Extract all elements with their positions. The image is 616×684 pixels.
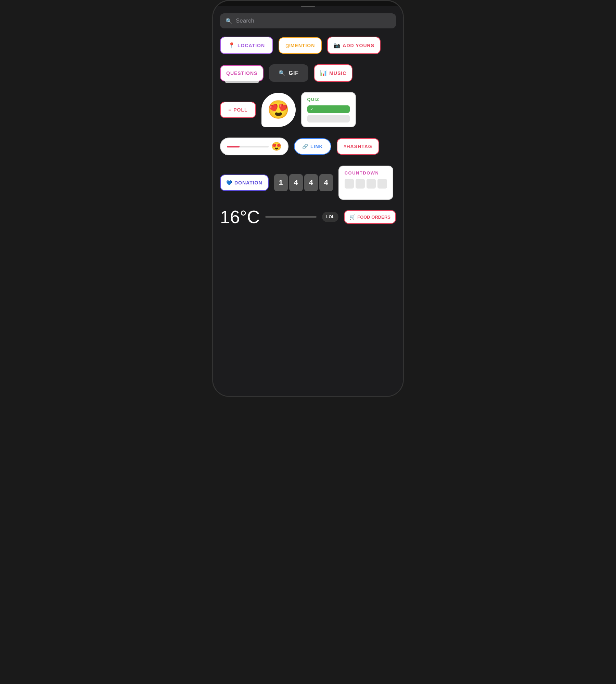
sticker-emoji-slider[interactable]: 😍	[220, 138, 288, 155]
location-icon: 📍	[228, 42, 235, 49]
food-icon: 🛒	[349, 214, 355, 220]
sticker-gif[interactable]: 🔍 GIF	[269, 64, 308, 82]
lol-sticker[interactable]: LOL	[322, 212, 338, 222]
temp-sticker[interactable]: 16°C	[220, 207, 260, 227]
countdown-box-3	[367, 179, 376, 189]
slider-track	[227, 146, 269, 147]
quiz-bar-green: ✓	[307, 105, 350, 113]
addyours-label: ADD YOURS	[343, 43, 374, 48]
poll-icon: ≡	[228, 107, 231, 113]
sticker-emoji-chat[interactable]: 😍	[261, 93, 296, 127]
music-label: MUSIC	[329, 70, 346, 76]
mention-label: @MENTION	[285, 43, 315, 48]
sticker-music[interactable]: 📊 MUSIC	[314, 64, 352, 82]
quiz-bar-empty	[307, 115, 350, 122]
location-label: LOCATION	[238, 43, 265, 48]
sticker-mention[interactable]: @MENTION	[279, 37, 322, 54]
sticker-countdown[interactable]: COUNTDOWN	[338, 166, 393, 200]
addyours-icon: 📷	[333, 42, 341, 49]
countdown-box-4	[377, 179, 387, 189]
temp-slider	[265, 216, 317, 218]
music-icon: 📊	[320, 70, 327, 76]
questions-label: QUESTIONS	[226, 70, 257, 76]
timer-digit-4: 4	[319, 174, 333, 191]
sticker-addyours[interactable]: 📷 ADD YOURS	[327, 37, 381, 54]
sticker-grid: 📍 LOCATION @MENTION 📷 ADD YOURS QUESTION…	[213, 37, 403, 200]
link-label: LINK	[310, 144, 323, 149]
search-placeholder: Search	[236, 17, 254, 24]
sticker-row-5: 💙 DONATION 1 4 4 4 COUNTDOWN	[220, 166, 396, 200]
hashtag-label: #HASHTAG	[344, 144, 372, 149]
quiz-check-icon: ✓	[310, 107, 313, 112]
sticker-poll[interactable]: ≡ POLL	[220, 102, 256, 118]
drag-handle	[301, 6, 315, 7]
gif-search-icon: 🔍	[279, 70, 286, 76]
timer-digit-1: 1	[274, 174, 288, 191]
sticker-location[interactable]: 📍 LOCATION	[220, 37, 273, 54]
sticker-link[interactable]: 🔗 LINK	[294, 138, 331, 155]
phone-content: 🔍 Search 📍 LOCATION @MENTION 📷 ADD YOURS	[213, 6, 403, 396]
timer-digit-3: 4	[304, 174, 318, 191]
search-icon: 🔍	[226, 18, 232, 24]
donation-label: DONATION	[234, 180, 262, 185]
donation-icon: 💙	[226, 180, 232, 185]
emoji-chat-emoji: 😍	[267, 99, 290, 120]
food-sticker[interactable]: 🛒 FOOD ORDERS	[344, 210, 396, 224]
sticker-row-1: 📍 LOCATION @MENTION 📷 ADD YOURS	[220, 37, 396, 54]
sticker-row-2: QUESTIONS 🔍 GIF 📊 MUSIC	[220, 64, 396, 82]
search-bar[interactable]: 🔍 Search	[220, 13, 396, 28]
sticker-quiz[interactable]: QUIZ ✓	[301, 92, 356, 127]
sticker-donation[interactable]: 💙 DONATION	[220, 175, 269, 191]
lol-text: LOL	[326, 215, 334, 219]
countdown-box-2	[356, 179, 365, 189]
sticker-questions[interactable]: QUESTIONS	[220, 65, 264, 81]
sticker-row-4: 😍 🔗 LINK #HASHTAG	[220, 138, 396, 155]
countdown-boxes	[345, 179, 387, 189]
quiz-title: QUIZ	[307, 97, 350, 102]
phone-frame: 🔍 Search 📍 LOCATION @MENTION 📷 ADD YOURS	[212, 0, 404, 397]
gif-label: GIF	[288, 70, 299, 76]
food-label: FOOD ORDERS	[357, 215, 390, 220]
timer-digit-2: 4	[289, 174, 303, 191]
sticker-timer[interactable]: 1 4 4 4	[274, 174, 333, 191]
poll-label: POLL	[233, 107, 247, 113]
slider-emoji: 😍	[271, 142, 282, 151]
countdown-title: COUNTDOWN	[345, 170, 379, 176]
countdown-box-1	[345, 179, 354, 189]
sticker-row-3: ≡ POLL 😍 QUIZ ✓	[220, 92, 396, 127]
sticker-hashtag[interactable]: #HASHTAG	[337, 138, 379, 155]
slider-fill	[227, 146, 240, 147]
link-icon: 🔗	[302, 144, 308, 149]
bottom-row: 16°C LOL 🛒 FOOD ORDERS	[213, 207, 403, 227]
